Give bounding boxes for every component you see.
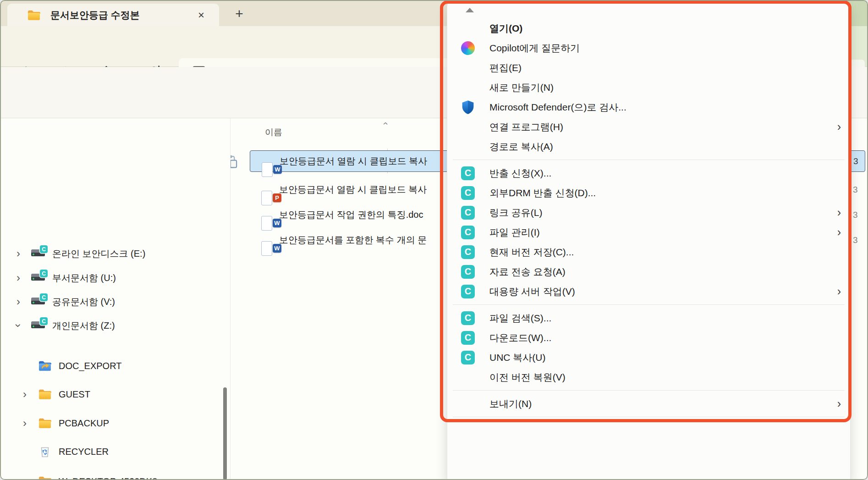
- c-badge-icon: C: [461, 311, 489, 325]
- context-menu-item-label: Microsoft Defender(으)로 검사...: [489, 101, 824, 114]
- context-menu-item[interactable]: C자료 전송 요청(A): [450, 262, 847, 281]
- context-menu-item-label: 파일 검색(S)...: [489, 312, 824, 325]
- submenu-chevron-icon[interactable]: ›: [824, 226, 841, 238]
- context-menu-item[interactable]: C외부DRM 반출 신청(D)...: [450, 183, 847, 203]
- file-name: 보안등급문서 열람 시 클립보드 복사: [280, 155, 427, 167]
- context-menu-item[interactable]: CUNC 복사(U): [450, 348, 847, 367]
- file-detail-fragment: 3: [853, 185, 858, 195]
- sidebar-scrollbar[interactable]: [223, 387, 227, 480]
- c-badge-icon: C: [461, 226, 489, 239]
- sidebar-item-label: 개인문서함 (Z:): [52, 320, 115, 332]
- context-menu-item[interactable]: C다운로드(W)...: [450, 328, 847, 348]
- context-menu-item[interactable]: C링크 공유(L)›: [450, 203, 847, 222]
- c-badge-icon: C: [461, 265, 489, 279]
- context-menu-item-label: 대용량 서버 작업(V): [489, 285, 824, 298]
- chevron-collapsed-icon[interactable]: ›: [18, 418, 31, 429]
- file-name: 보안등급문서 작업 권한의 특징.doc: [279, 209, 423, 221]
- menu-separator: [453, 417, 845, 417]
- context-menu-item[interactable]: C파일 검색(S)...: [450, 308, 847, 328]
- folder-icon: [37, 415, 53, 431]
- close-tab-icon[interactable]: ×: [193, 7, 209, 23]
- sidebar-item[interactable]: ›C개인문서함 (Z:): [5, 313, 218, 338]
- secure-drive-icon: C: [30, 245, 47, 262]
- submenu-chevron-icon[interactable]: ›: [824, 207, 841, 218]
- chevron-collapsed-icon[interactable]: ›: [12, 272, 25, 283]
- new-tab-button[interactable]: +: [229, 5, 249, 23]
- column-header-name[interactable]: 이름: [265, 127, 282, 138]
- c-badge-icon: C: [461, 206, 489, 220]
- defender-shield-icon: [461, 100, 489, 115]
- context-menu-item[interactable]: 경로로 복사(A): [450, 137, 847, 156]
- menu-separator: [453, 390, 845, 391]
- chevron-collapsed-icon[interactable]: ›: [12, 248, 25, 259]
- context-menu-item-label: UNC 복사(U): [489, 351, 824, 364]
- sidebar-item-label: 공유문서함 (V:): [52, 296, 115, 308]
- file-detail-fragment: 3: [853, 156, 858, 166]
- context-menu-item[interactable]: 연결 프로그램(H)›: [450, 117, 847, 137]
- sidebar-item[interactable]: ›C온라인 보안디스크 (E:): [5, 241, 218, 266]
- file-name: 보안등급문서 열람 시 클립보드 복사: [279, 183, 427, 196]
- menu-separator: [453, 160, 845, 160]
- file-detail-fragment: 3: [853, 235, 858, 245]
- context-menu-item[interactable]: C현재 버전 저장(C)...: [450, 242, 847, 262]
- navigation-tree: ›C온라인 보안디스크 (E:)›C부서문서함 (U:)›C공유문서함 (V:)…: [0, 118, 230, 480]
- context-menu-item[interactable]: 이전 버전 복원(V): [450, 367, 847, 387]
- file-detail-fragment: 3: [853, 210, 858, 220]
- context-menu-item[interactable]: Microsoft Defender(으)로 검사...: [450, 97, 847, 117]
- context-menu-item-label: 다운로드(W)...: [489, 331, 824, 344]
- recycle-bin-icon: [37, 443, 53, 460]
- c-badge-icon: C: [461, 245, 489, 259]
- sidebar-item-label: 온라인 보안디스크 (E:): [52, 248, 145, 260]
- c-badge-icon: C: [461, 285, 489, 298]
- file-explorer-window: 문서보안등급 수정본 × + › 내 PC › 개인문서함 (Z:) › 문서보…: [0, 0, 868, 480]
- context-menu-item[interactable]: 보내기(N)›: [450, 394, 847, 414]
- context-menu-item-label: 이전 버전 복원(V): [489, 371, 824, 384]
- context-menu-item[interactable]: 열기(O): [450, 18, 847, 38]
- submenu-chevron-icon[interactable]: ›: [824, 398, 841, 409]
- sidebar-item-label: RECYCLER: [59, 447, 109, 457]
- sidebar-item[interactable]: ›C부서문서함 (U:): [5, 265, 218, 290]
- c-badge-icon: C: [461, 166, 489, 180]
- context-menu-item-label: 자료 전송 요청(A): [489, 265, 824, 278]
- sidebar-item[interactable]: ›PCBACKUP: [5, 411, 218, 436]
- tab-active[interactable]: 문서보안등급 수정본 ×: [7, 4, 219, 26]
- chevron-collapsed-icon[interactable]: ›: [12, 296, 25, 307]
- folder-icon: [26, 7, 42, 23]
- context-menu-item[interactable]: Copilot에게 질문하기: [450, 38, 847, 58]
- context-menu-item[interactable]: C파일 관리(I)›: [450, 222, 847, 242]
- context-menu-item-label: 경로로 복사(A): [489, 140, 824, 153]
- pane-divider: [230, 118, 231, 480]
- c-badge-icon: C: [461, 351, 489, 364]
- file-name: 보안등급문서를 포함한 복수 개의 문: [279, 234, 427, 246]
- sidebar-item[interactable]: ›GUEST: [5, 382, 218, 407]
- context-menu-item[interactable]: C대용량 서버 작업(V)›: [450, 281, 847, 301]
- menu-separator: [453, 304, 845, 305]
- secure-drive-icon: C: [30, 293, 47, 310]
- export-folder-icon: [37, 358, 53, 374]
- sidebar-item-label: DOC_EXPORT: [59, 361, 121, 371]
- context-menu-item[interactable]: 새로 만들기(N): [450, 77, 847, 97]
- scroll-up-icon[interactable]: [466, 8, 474, 12]
- context-menu-item-label: 열기(O): [489, 22, 824, 35]
- folder-icon: [37, 473, 53, 480]
- sidebar-item[interactable]: ›RECYCLER: [5, 439, 218, 464]
- context-menu-item[interactable]: C반출 신청(X)...: [450, 163, 847, 183]
- sidebar-item-label: PCBACKUP: [59, 418, 109, 429]
- secure-drive-icon: C: [30, 270, 47, 286]
- sidebar-item[interactable]: ›W_DESKTOP-4520DK8: [5, 469, 218, 480]
- chevron-collapsed-icon[interactable]: ›: [18, 389, 31, 400]
- secure-drive-icon: C: [30, 317, 47, 334]
- submenu-chevron-icon[interactable]: ›: [824, 121, 841, 132]
- context-menu-item-label: 새로 만들기(N): [489, 81, 824, 94]
- context-menu-item-label: 외부DRM 반출 신청(D)...: [489, 187, 824, 199]
- sort-ascending-icon[interactable]: ›: [379, 122, 390, 125]
- chevron-expanded-icon[interactable]: ›: [13, 319, 24, 332]
- sidebar-item[interactable]: ›C공유문서함 (V:): [5, 289, 218, 314]
- context-menu-item[interactable]: 편집(E): [450, 58, 847, 77]
- context-menu-item-label: 파일 관리(I): [489, 226, 824, 239]
- c-badge-icon: C: [461, 186, 489, 200]
- sidebar-item-label: W_DESKTOP-4520DK8: [59, 476, 157, 480]
- context-menu-item-label: 링크 공유(L): [489, 206, 824, 219]
- submenu-chevron-icon[interactable]: ›: [824, 286, 841, 297]
- sidebar-item[interactable]: ›DOC_EXPORT: [5, 353, 218, 378]
